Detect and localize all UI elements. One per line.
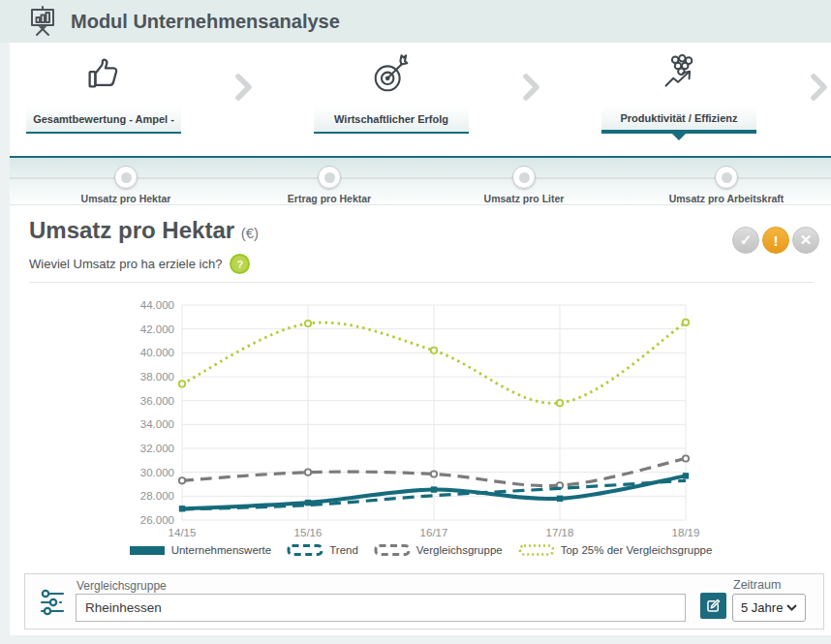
page-title: Modul Unternehmensanalyse [71,11,340,33]
filter-sliders-icon [37,587,68,618]
step-circle[interactable] [715,166,738,189]
step-circle-dot [121,172,132,183]
step-circle[interactable] [114,166,138,189]
status-close-button[interactable]: ✕ [792,227,819,254]
legend-swatch-solid-icon [129,543,166,557]
subnav-item-umsatz-pro-arbeitskraft[interactable]: Umsatz pro Arbeitskraft [639,166,814,204]
y-tick-label: 26.000 [140,514,174,526]
step-circle[interactable] [512,166,536,189]
edit-pencil-icon [704,597,723,615]
step-circle-dot [324,172,335,183]
chevron-right-icon [811,74,828,101]
x-tick-label: 16/17 [420,527,448,538]
chart-legend: UnternehmenswerteTrendVergleichsgruppeTo… [10,543,831,557]
data-point-marker [305,500,311,506]
x-tick-label: 18/19 [672,527,700,538]
subnav-item-label: Umsatz pro Arbeitskraft [669,193,785,204]
step-group-produktivitat-effizienz: Produktivität / Effizienz [601,46,756,143]
data-point-marker [431,471,437,476]
section-unit: (€) [241,225,259,241]
chevron-right-icon [523,74,540,101]
period-select[interactable]: 5 Jahre [732,594,806,622]
x-tick-label: 14/15 [169,527,197,538]
y-tick-label: 40.000 [140,347,174,358]
comparison-group-input[interactable] [76,594,686,622]
subnav-item-label: Umsatz pro Hektar [81,193,171,204]
legend-item-trend[interactable]: Trend [287,543,358,557]
data-point-marker [683,320,689,325]
status-exclamation-button[interactable]: ! [762,227,789,254]
tab-produktivitat-effizienz[interactable]: Produktivität / Effizienz [601,107,756,134]
section-title-text: Umsatz pro Hektar [29,217,234,243]
period-select-value: 5 Jahre [741,600,783,615]
data-point-marker [305,321,311,326]
section-title: Umsatz pro Hektar (€) [29,217,259,244]
tab-gesamtbewertung-ampel[interactable]: Gesamtbewertung - Ampel - [26,107,181,134]
subnav-item-label: Ertrag pro Hektar [288,193,371,204]
step-group-gesamtbewertung-ampel: Gesamtbewertung - Ampel - [26,46,181,143]
subnav-item-umsatz-pro-liter[interactable]: Umsatz pro Liter [437,166,611,204]
edit-comparison-group-button[interactable] [700,593,726,619]
tab-wirtschaftlicher-erfolg[interactable]: Wirtschaftlicher Erfolg [314,107,469,134]
header-bar: Modul Unternehmensanalyse [0,0,831,43]
legend-item-unternehmenswerte[interactable]: Unternehmenswerte [129,543,272,557]
subnav-item-label: Umsatz pro Liter [484,193,565,204]
y-tick-label: 36.000 [140,395,174,407]
step-circle-dot [722,172,732,183]
question-icon[interactable]: ? [230,254,250,274]
legend-label: Unternehmenswerte [171,544,272,556]
data-point-marker [179,477,185,483]
legend-item-top-25-der-vergleichsgruppe[interactable]: Top 25% der Vergleichsgruppe [518,543,713,557]
legend-swatch-dashed-icon [374,543,411,557]
subnav-item-umsatz-pro-hektar[interactable]: Umsatz pro Hektar [39,166,213,204]
module-step-tabs: Gesamtbewertung - Ampel -Wirtschaftliche… [10,46,831,155]
y-tick-label: 42.000 [140,323,174,335]
thumbs-up-icon [81,52,126,97]
target-dart-icon [369,52,414,97]
legend-item-vergleichsgruppe[interactable]: Vergleichsgruppe [374,543,503,557]
comparison-group-label: Vergleichsgruppe [77,579,167,593]
subnav-item-ertrag-pro-hektar[interactable]: Ertrag pro Hektar [242,166,416,204]
y-tick-label: 38.000 [140,371,174,383]
y-tick-label: 34.000 [140,418,174,430]
filter-panel: Vergleichsgruppe Zeitraum 5 Jahre [24,573,824,629]
data-point-marker [179,506,185,511]
status-check-button[interactable]: ✓ [732,227,759,254]
grapes-trend-icon [657,52,701,97]
y-tick-label: 32.000 [140,443,174,454]
chevron-right-icon [235,74,253,101]
y-tick-label: 30.000 [140,467,174,478]
x-tick-label: 15/16 [294,527,323,538]
data-point-marker [557,400,563,406]
y-tick-label: 28.000 [140,490,174,502]
section-subtitle-row: Wieviel Umsatz pro ha erziele ich? ? [29,254,250,274]
x-tick-label: 17/18 [546,527,574,538]
presentation-chart-icon [27,5,58,38]
data-point-marker [305,469,311,475]
legend-label: Vergleichsgruppe [416,544,503,556]
chevron-down-icon [786,604,797,611]
module-window: Modul Unternehmensanalyse Gesamtbewertun… [0,0,831,644]
content-area: Gesamtbewertung - Ampel -Wirtschaftliche… [10,43,831,635]
legend-label: Top 25% der Vergleichsgruppe [561,544,713,556]
kpi-stepper: Umsatz pro HektarErtrag pro HektarUmsatz… [10,156,831,205]
legend-swatch-dashed-icon [287,543,323,557]
rating-status-buttons: ✓!✕ [732,227,819,254]
legend-label: Trend [329,544,358,556]
data-point-marker [683,473,689,478]
period-label: Zeitraum [733,578,781,592]
section-subtitle: Wieviel Umsatz pro ha erziele ich? [29,257,222,271]
y-tick-label: 44.000 [140,299,174,311]
line-chart: 26.00028.00030.00032.00034.00036.00038.0… [124,291,705,544]
legend-swatch-dotted-icon [518,543,555,557]
data-point-marker [683,455,689,461]
step-circle[interactable] [318,166,341,189]
data-point-marker [431,348,437,353]
data-point-marker [431,486,437,492]
data-point-marker [179,381,185,386]
section-divider [29,282,814,283]
step-group-wirtschaftlicher-erfolg: Wirtschaftlicher Erfolg [314,46,469,143]
data-point-marker [557,496,563,502]
step-circle-dot [519,172,530,183]
